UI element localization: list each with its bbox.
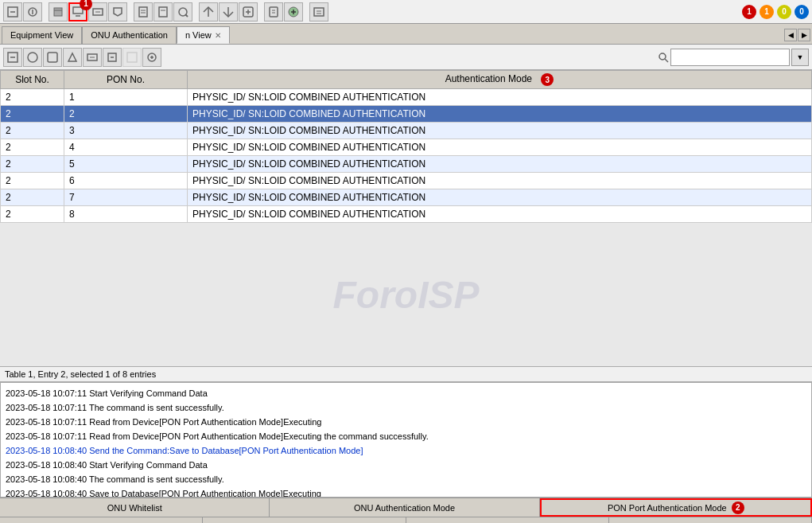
toolbar-btn-2[interactable] [23,2,42,21]
toolbar-btn-14[interactable] [284,2,303,21]
bottom-action-bar: Replace the ONU Logic ID Authorized ONU … [0,517,812,523]
cell-auth: PHYSIC_ID/ SN:LOID COMBINED AUTHENTICATI… [188,156,812,173]
svg-rect-34 [48,53,57,62]
cell-slot: 2 [1,189,64,206]
cell-slot: 2 [1,156,64,173]
main-table-section: Slot No. PON No. Authentication Mode 3 2… [0,70,812,366]
svg-rect-22 [270,7,278,17]
cell-pon: 8 [64,206,188,223]
second-toolbar: ▼ [0,45,812,70]
second-toolbar-group [3,48,161,67]
bottom-tab-whitelist[interactable]: ONU Whitelist [0,498,270,517]
watermark-area: ForoISP [0,223,812,366]
table-row[interactable]: 2 6 PHYSIC_ID/ SN:LOID COMBINED AUTHENTI… [1,173,812,189]
log-line: 2023-05-18 10:07:11 Read from Device[PON… [6,415,806,429]
annotation-3: 3 [541,73,554,86]
cell-auth: PHYSIC_ID/ SN:LOID COMBINED AUTHENTICATI… [188,89,812,106]
top-toolbar: 1 [0,0,812,24]
col-auth-mode: Authentication Mode 3 [188,71,812,89]
tab-equipment-view[interactable]: Equipment View [2,26,82,44]
cell-slot: 2 [1,89,64,106]
toolbar2-btn-3[interactable] [43,48,62,67]
toolbar2-btn-4[interactable] [63,48,82,67]
cell-auth: PHYSIC_ID/ SN:LOID COMBINED AUTHENTICATI… [188,139,812,156]
svg-rect-39 [127,53,137,62]
svg-line-44 [665,59,668,62]
toolbar-group-3 [134,2,192,21]
toolbar-btn-4-highlighted[interactable]: 1 [68,2,87,21]
search-icon [658,52,669,63]
annotation-2: 2 [732,502,744,514]
tab-onu-auth[interactable]: ONU Authentication [82,26,177,44]
toolbar-btn-12[interactable] [239,2,258,21]
toolbar-btn-7[interactable] [134,2,153,21]
log-line: 2023-05-18 10:08:40 Start Verifying Comm… [6,458,806,472]
tab-main-view-label: n View [185,30,212,40]
toolbar2-btn-6[interactable] [103,48,122,67]
col-slot-no: Slot No. [1,71,64,89]
log-area[interactable]: 2023-05-18 10:07:11 Start Verifying Comm… [0,382,812,498]
toolbar2-btn-2[interactable] [23,48,42,67]
cell-slot: 2 [1,173,64,189]
toolbar2-btn-8[interactable] [142,48,161,67]
tab-nav-prev[interactable]: ◀ [784,29,797,41]
action-btn-replace-logic[interactable]: Replace the ONU Logic ID [0,517,203,523]
badge-orange: 1 [760,5,774,19]
svg-point-33 [28,53,37,62]
svg-rect-13 [159,7,167,17]
table-row[interactable]: 2 8 PHYSIC_ID/ SN:LOID COMBINED AUTHENTI… [1,206,812,223]
log-line: 2023-05-18 10:07:11 Start Verifying Comm… [6,386,806,400]
cell-slot: 2 [1,106,64,123]
cell-slot: 2 [1,123,64,139]
svg-point-43 [659,53,666,60]
annotation-1: 1 [80,0,92,10]
cell-slot: 2 [1,139,64,156]
toolbar2-btn-5[interactable] [83,48,102,67]
status-bar: Table 1, Entry 2, selected 1 of 8 entrie… [0,366,812,382]
svg-line-16 [185,14,188,17]
status-badges: 1 1 0 0 [742,5,809,19]
toolbar-btn-6[interactable] [108,2,127,21]
tab-nav-next[interactable]: ▶ [798,29,810,41]
tab-close-btn[interactable]: ✕ [215,31,221,40]
log-wrapper: 2023-05-18 10:07:11 Start Verifying Comm… [0,382,812,498]
bottom-tab-onu-auth-mode[interactable]: ONU Authentication Mode [270,498,539,517]
toolbar-btn-13[interactable] [264,2,283,21]
status-text: Table 1, Entry 2, selected 1 of 8 entrie… [5,369,156,379]
search-input[interactable] [670,49,790,66]
cell-auth: PHYSIC_ID/ SN:LOID COMBINED AUTHENTICATI… [188,189,812,206]
cell-auth: PHYSIC_ID/ SN:LOID COMBINED AUTHENTICATI… [188,123,812,139]
toolbar-btn-10[interactable] [199,2,218,21]
table-row[interactable]: 2 4 PHYSIC_ID/ SN:LOID COMBINED AUTHENTI… [1,139,812,156]
toolbar-group-1 [3,2,42,21]
toolbar-btn-1[interactable] [3,2,22,21]
toolbar-group-5 [264,2,303,21]
action-btn-switch-pon[interactable]: Switch of PON Auto Sense ONU [406,517,609,523]
table-row[interactable]: 2 2 PHYSIC_ID/ SN:LOID COMBINED AUTHENTI… [1,106,812,123]
toolbar-btn-11[interactable] [219,2,238,21]
cell-auth: PHYSIC_ID/ SN:LOID COMBINED AUTHENTICATI… [188,206,812,223]
action-btn-authorized-onu[interactable]: Authorized ONU Information [203,517,406,523]
svg-rect-10 [139,7,147,17]
bottom-tab-pon-port-auth[interactable]: PON Port Authentication Mode 2 [540,498,812,517]
toolbar-btn-3[interactable] [49,2,68,21]
log-line: 2023-05-18 10:08:40 Save to Database[PON… [6,486,806,498]
table-row[interactable]: 2 7 PHYSIC_ID/ SN:LOID COMBINED AUTHENTI… [1,189,812,206]
tab-main-view[interactable]: n View ✕ [177,26,230,44]
toolbar-btn-9[interactable] [173,2,192,21]
table-row[interactable]: 2 3 PHYSIC_ID/ SN:LOID COMBINED AUTHENTI… [1,123,812,139]
svg-rect-4 [54,8,62,16]
table-row[interactable]: 2 1 PHYSIC_ID/ SN:LOID COMBINED AUTHENTI… [1,89,812,106]
log-line: 2023-05-18 10:07:11 The command is sent … [6,400,806,415]
table-row[interactable]: 2 5 PHYSIC_ID/ SN:LOID COMBINED AUTHENTI… [1,156,812,173]
toolbar-btn-15[interactable] [309,2,328,21]
bottom-tab-pon-label: PON Port Authentication Mode [608,503,727,513]
search-dropdown-btn[interactable]: ▼ [791,49,809,66]
search-area: ▼ [658,49,809,66]
toolbar2-btn-1[interactable] [3,48,22,67]
cell-slot: 2 [1,206,64,223]
toolbar2-btn-7[interactable] [122,48,142,67]
toolbar-btn-8[interactable] [153,2,173,21]
badge-yellow: 0 [777,5,791,19]
action-btn-device-capility[interactable]: Device Onu Capility Set Template [609,517,812,523]
